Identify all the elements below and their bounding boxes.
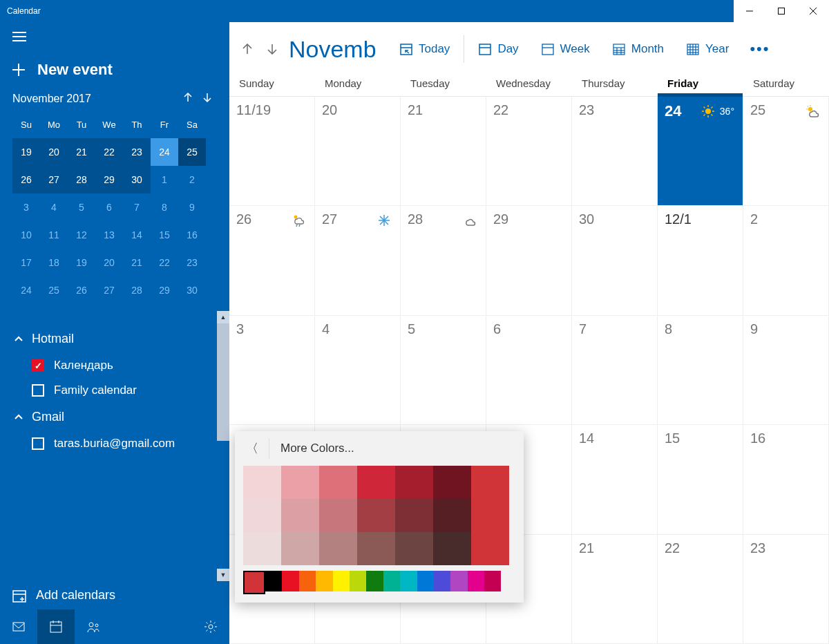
mini-day-cell[interactable]: 2 [178, 166, 206, 193]
calendar-button[interactable] [37, 609, 75, 644]
mini-day-cell[interactable]: 3 [12, 193, 40, 221]
month-cell[interactable]: 22 [658, 535, 743, 644]
add-calendars-button[interactable]: Add calendars [0, 581, 229, 609]
month-cell[interactable]: 12/1 [658, 206, 743, 315]
selected-color-swatch[interactable] [471, 466, 509, 565]
mini-day-cell[interactable]: 14 [123, 221, 151, 249]
mini-day-cell[interactable]: 25 [40, 276, 68, 304]
mini-day-cell[interactable]: 20 [40, 138, 68, 166]
mini-day-cell[interactable]: 11 [40, 221, 68, 249]
month-cell[interactable]: 23 [743, 535, 829, 644]
calendar-checkbox[interactable] [32, 384, 44, 397]
month-cell[interactable]: 8 [658, 316, 743, 425]
mini-day-cell[interactable]: 6 [95, 193, 123, 221]
calendar-item[interactable]: Календарь [0, 353, 229, 378]
close-button[interactable] [797, 0, 829, 22]
mini-day-cell[interactable]: 24 [12, 276, 40, 304]
mini-day-cell[interactable]: 26 [68, 276, 95, 304]
mail-button[interactable] [0, 609, 37, 644]
month-prev-button[interactable] [235, 35, 260, 63]
mini-day-cell[interactable]: 17 [12, 249, 40, 276]
month-cell[interactable]: 2436° [658, 97, 743, 206]
hue-swatch[interactable] [450, 571, 467, 591]
hue-swatch[interactable] [299, 571, 316, 591]
mini-day-cell[interactable]: 26 [12, 166, 40, 193]
shade-swatch[interactable] [281, 532, 319, 565]
mini-day-cell[interactable]: 22 [95, 138, 123, 166]
month-cell[interactable]: 21 [572, 535, 658, 644]
month-cell[interactable]: 27 [315, 206, 401, 315]
shade-swatch[interactable] [395, 532, 433, 565]
account-header[interactable]: Hotmail [0, 325, 229, 353]
today-button[interactable]: Today [388, 32, 461, 66]
month-cell[interactable]: 29 [486, 206, 572, 315]
hue-swatch[interactable] [434, 571, 450, 591]
mini-day-cell[interactable]: 27 [40, 166, 68, 193]
accounts-scrollbar[interactable]: ▲ ▼ [217, 311, 229, 581]
year-view-button[interactable]: Year [675, 32, 740, 66]
hue-swatch[interactable] [265, 571, 282, 591]
month-cell[interactable]: 16 [743, 425, 829, 534]
mini-day-cell[interactable]: 23 [123, 138, 151, 166]
hue-swatch[interactable] [383, 571, 400, 591]
mini-day-cell[interactable]: 1 [151, 166, 178, 193]
mini-day-cell[interactable]: 29 [151, 276, 178, 304]
shade-swatch[interactable] [319, 466, 357, 499]
month-cell[interactable]: 28 [401, 206, 486, 315]
hue-swatch[interactable] [400, 571, 417, 591]
month-next-button[interactable] [260, 35, 285, 63]
month-cell[interactable]: 5 [401, 316, 486, 425]
mini-day-cell[interactable]: 20 [95, 249, 123, 276]
hue-swatch[interactable] [484, 571, 501, 591]
mini-day-cell[interactable]: 10 [12, 221, 40, 249]
mini-day-cell[interactable]: 8 [151, 193, 178, 221]
shade-swatch[interactable] [243, 466, 281, 499]
calendar-item[interactable]: taras.buria@gmail.com [0, 431, 229, 456]
hue-swatch[interactable] [366, 571, 383, 591]
mini-day-cell[interactable]: 30 [178, 276, 206, 304]
hue-swatch[interactable] [333, 571, 350, 591]
month-cell[interactable]: 9 [743, 316, 829, 425]
month-cell[interactable]: 25 [743, 97, 829, 206]
shade-swatch[interactable] [395, 499, 433, 532]
more-button[interactable]: ••• [740, 40, 779, 58]
mini-day-cell[interactable]: 15 [151, 221, 178, 249]
calendar-checkbox[interactable] [32, 437, 44, 450]
mini-day-cell[interactable]: 4 [40, 193, 68, 221]
day-view-button[interactable]: Day [467, 32, 529, 66]
shade-swatch[interactable] [357, 499, 395, 532]
current-month-label[interactable]: Novemb [285, 36, 388, 63]
mini-day-cell[interactable]: 24 [151, 138, 178, 166]
mini-day-cell[interactable]: 21 [123, 249, 151, 276]
shade-swatch[interactable] [357, 532, 395, 565]
month-cell[interactable]: 14 [572, 425, 658, 534]
week-view-button[interactable]: Week [530, 32, 601, 66]
month-cell[interactable]: 30 [572, 206, 658, 315]
mini-day-cell[interactable]: 18 [40, 249, 68, 276]
minimize-button[interactable] [734, 0, 765, 22]
hue-swatch[interactable] [243, 571, 265, 594]
maximize-button[interactable] [765, 0, 797, 22]
month-cell[interactable]: 7 [572, 316, 658, 425]
month-cell[interactable]: 23 [572, 97, 658, 206]
shade-swatch[interactable] [357, 466, 395, 499]
hue-swatch[interactable] [316, 571, 332, 591]
mini-prev-button[interactable] [178, 93, 198, 105]
mini-month-label[interactable]: November 2017 [12, 93, 91, 105]
mini-day-cell[interactable]: 12 [68, 221, 95, 249]
mini-day-cell[interactable]: 27 [95, 276, 123, 304]
shade-swatch[interactable] [319, 499, 357, 532]
month-cell[interactable]: 2 [743, 206, 829, 315]
mini-day-cell[interactable]: 29 [95, 166, 123, 193]
hue-swatch[interactable] [468, 571, 484, 591]
mini-day-cell[interactable]: 19 [68, 249, 95, 276]
mini-day-cell[interactable]: 28 [68, 166, 95, 193]
month-cell[interactable]: 22 [486, 97, 572, 206]
month-cell[interactable]: 6 [486, 316, 572, 425]
hue-swatch[interactable] [417, 571, 434, 591]
shade-swatch[interactable] [433, 466, 471, 499]
mini-day-cell[interactable]: 22 [151, 249, 178, 276]
mini-day-cell[interactable]: 7 [123, 193, 151, 221]
shade-swatch[interactable] [433, 532, 471, 565]
hue-swatch[interactable] [350, 571, 366, 591]
